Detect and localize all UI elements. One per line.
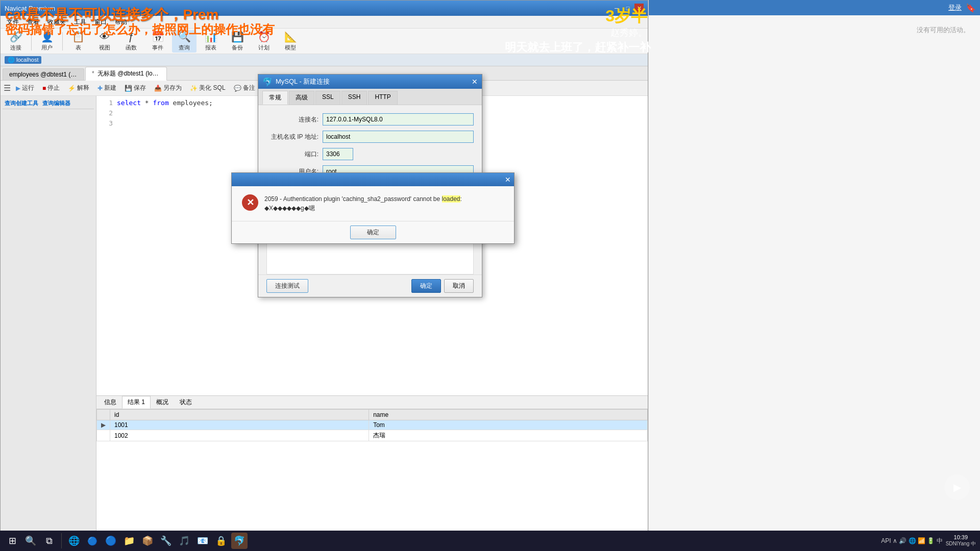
comment-button[interactable]: 💬 备注: [231, 83, 258, 93]
toolbar-table[interactable]: 📋 表: [66, 30, 90, 53]
cell-id-1: 1001: [110, 420, 369, 430]
col-indicator: [97, 410, 110, 420]
result-tab-overview[interactable]: 概况: [151, 396, 174, 409]
connection-badge[interactable]: 🌐 localhost: [5, 56, 41, 64]
tab-employees[interactable]: employees @dbtest1 (local...: [3, 68, 84, 80]
dialog-tab-http[interactable]: HTTP: [368, 91, 397, 105]
toolbar-report[interactable]: 📊 报表: [199, 30, 223, 53]
explain-label: 解释: [77, 84, 89, 92]
minimize-button[interactable]: ─: [612, 4, 621, 13]
sidebar-link-editor[interactable]: 查询编辑器: [42, 99, 70, 107]
start-button[interactable]: ⊞: [4, 533, 20, 549]
clock-time: 10:39: [946, 534, 976, 540]
result-tab-info[interactable]: 信息: [99, 396, 122, 409]
connection-cancel-button[interactable]: 取消: [444, 279, 474, 293]
menu-help[interactable]: 帮助: [111, 17, 131, 28]
explain-button[interactable]: ⚡ 解释: [65, 83, 92, 93]
result-tab-result1[interactable]: 结果 1: [122, 396, 151, 409]
run-icon: ▶: [16, 85, 20, 92]
form-row-host: 主机名或 IP 地址:: [266, 131, 474, 143]
run-label: 运行: [22, 84, 34, 92]
taskbar-app4[interactable]: 📧: [194, 533, 211, 549]
result-tab-status[interactable]: 状态: [174, 396, 198, 409]
new-button[interactable]: ✚ 新建: [94, 83, 119, 93]
host-input[interactable]: [323, 131, 474, 143]
chrome-button[interactable]: 🔵: [84, 533, 101, 549]
connname-input[interactable]: [323, 113, 474, 126]
save-button[interactable]: 💾 保存: [121, 83, 149, 93]
menu-view[interactable]: 查看: [23, 17, 43, 28]
dialog-tab-general[interactable]: 常规: [262, 91, 288, 105]
taskbar-brand: SDNIYang 中: [946, 540, 976, 547]
close-button[interactable]: ✕: [634, 4, 644, 13]
toolbar-model[interactable]: 📐 模型: [278, 30, 303, 53]
navicat-taskbar-btn[interactable]: 🐬: [231, 533, 248, 549]
dialog-tab-ssh[interactable]: SSH: [341, 91, 368, 105]
taskbar-app2[interactable]: 🔧: [158, 533, 174, 549]
saveas-button[interactable]: 📥 另存为: [151, 83, 185, 93]
dialog-tab-advanced[interactable]: 高级: [289, 91, 314, 105]
port-input[interactable]: [323, 148, 353, 160]
search-button[interactable]: 🔍: [22, 533, 39, 549]
connname-label: 连接名:: [266, 115, 323, 124]
tab-untitled[interactable]: * 无标题 @dbtest1 (localhos...: [85, 67, 167, 81]
stop-button[interactable]: ■ 停止: [39, 83, 63, 93]
ie-button[interactable]: 🔵: [103, 533, 119, 549]
edge-button[interactable]: 🌐: [66, 533, 82, 549]
hamburger-icon[interactable]: ☰: [4, 83, 11, 93]
comment-icon: 💬: [234, 85, 241, 92]
menu-window[interactable]: 窗口: [90, 17, 111, 28]
test-connection-button[interactable]: 连接测试: [266, 279, 308, 293]
line-num-3: 3: [101, 118, 113, 129]
toolbar-schedule[interactable]: ⏰ 计划: [252, 30, 276, 53]
new-icon: ✚: [97, 85, 103, 92]
taskbar-app3[interactable]: 🎵: [176, 533, 192, 549]
cell-name-1: Tom: [369, 420, 648, 430]
error-confirm-button[interactable]: 确定: [350, 226, 396, 239]
menu-tools[interactable]: 工具: [70, 17, 90, 28]
taskbar-app5[interactable]: 🔒: [213, 533, 229, 549]
connection-confirm-button[interactable]: 确定: [411, 279, 441, 293]
error-dialog-footer: 确定: [232, 221, 514, 243]
save-label: 保存: [134, 84, 146, 92]
maximize-button[interactable]: □: [623, 4, 632, 13]
taskview-button[interactable]: ⧉: [41, 533, 57, 549]
connection-dialog-close[interactable]: ✕: [472, 78, 478, 86]
table-row[interactable]: ▶ 1001 Tom: [97, 420, 648, 430]
title-bar-controls[interactable]: ─ □ ✕: [612, 4, 644, 13]
error-message: 2059 - Authentication plugin 'caching_sh…: [264, 194, 504, 213]
toolbar-view[interactable]: 👁 视图: [92, 30, 117, 53]
toolbar-connect-label: 连接: [10, 44, 21, 52]
result-area: 信息 结果 1 概况 状态 id name: [96, 395, 648, 538]
toolbar-query[interactable]: 🔍 查询: [172, 30, 197, 53]
toolbar-user[interactable]: 👤 用户: [35, 30, 59, 53]
beautify-button[interactable]: ✨ 美化 SQL: [187, 83, 228, 93]
file-explorer-button[interactable]: 📁: [121, 533, 137, 549]
query-icon: 🔍: [178, 31, 191, 43]
beautify-icon: ✨: [190, 85, 198, 92]
taskbar-app1[interactable]: 📦: [139, 533, 156, 549]
no-activity-text: 没有可用的活动。: [917, 26, 970, 34]
toolbar-backup[interactable]: 💾 备份: [225, 30, 250, 53]
error-dialog: ✕ ✕ 2059 - Authentication plugin 'cachin…: [231, 172, 514, 244]
result-tab-bar: 信息 结果 1 概况 状态: [96, 396, 648, 409]
sidebar-link-create[interactable]: 查询创建工具: [5, 99, 38, 107]
taskbar: ⊞ 🔍 ⧉ 🌐 🔵 🔵 📁 📦 🔧 🎵 📧 🔒 🐬 API ∧ 🔊 🌐 📶 🔋 …: [0, 531, 980, 551]
error-icon: ✕: [242, 194, 258, 211]
toolbar-backup-label: 备份: [232, 44, 243, 52]
toolbar-connect[interactable]: 🔗 连接: [4, 30, 28, 53]
video-play-button[interactable]: ▶: [944, 474, 970, 500]
error-dialog-close[interactable]: ✕: [505, 176, 511, 184]
connection-dialog-tabs: 常规 高级 SSL SSH HTTP: [258, 89, 482, 105]
run-button[interactable]: ▶ 运行: [13, 83, 37, 93]
menu-file[interactable]: 文件: [3, 17, 23, 28]
dialog-tab-ssl[interactable]: SSL: [315, 91, 340, 105]
table-row[interactable]: 1002 杰瑞: [97, 430, 648, 441]
toolbar-event[interactable]: 📅 事件: [145, 30, 170, 53]
toolbar-function[interactable]: ƒ 函数: [119, 30, 143, 53]
tab-modified-indicator: *: [92, 70, 94, 77]
title-bar-left: Navicat Premium: [5, 5, 55, 12]
bookmark-icon[interactable]: 🔖: [966, 3, 976, 13]
login-link[interactable]: 登录: [948, 3, 962, 12]
menu-favorites[interactable]: 收藏夹: [43, 17, 70, 28]
